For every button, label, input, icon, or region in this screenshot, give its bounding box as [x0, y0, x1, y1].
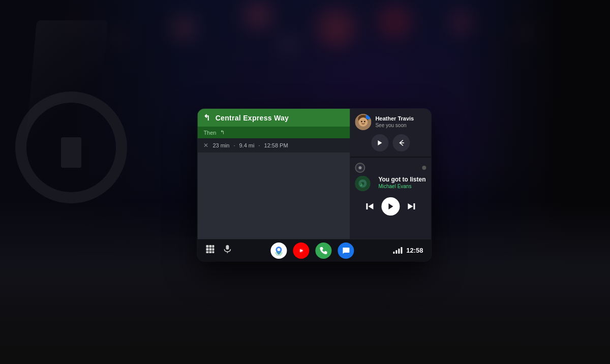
eta: 12:58 PM: [264, 142, 288, 148]
svg-rect-42: [212, 248, 214, 251]
svg-rect-26: [367, 116, 370, 118]
music-controls: [355, 197, 426, 216]
svg-marker-36: [408, 203, 413, 209]
then-turn-icon: ↰: [220, 129, 225, 136]
svg-marker-34: [388, 203, 393, 209]
play-pause-button[interactable]: [381, 197, 400, 216]
reply-message-button[interactable]: [392, 134, 410, 151]
microphone-icon[interactable]: [223, 245, 232, 256]
music-info-row: ♪ You got to listen Michael Evans: [355, 176, 426, 193]
trip-time: 23 min: [212, 142, 229, 148]
svg-rect-32: [366, 203, 368, 209]
svg-text:♪: ♪: [360, 181, 362, 187]
contact-row: Heather Travis See you soon: [355, 114, 426, 130]
svg-point-24: [364, 121, 365, 123]
map-section: ↰ Central Express Way Then ↰: [197, 109, 350, 239]
music-disc-center: [358, 166, 361, 169]
svg-marker-33: [368, 203, 373, 209]
window-reflection: [24, 20, 108, 163]
svg-rect-37: [206, 245, 208, 248]
svg-point-22: [358, 117, 368, 127]
apps-grid-icon[interactable]: [205, 245, 215, 256]
svg-point-23: [361, 121, 362, 123]
next-track-button[interactable]: [404, 199, 419, 214]
trip-distance: 9.4 mi: [239, 142, 254, 148]
signal-strength-icon: [393, 247, 402, 254]
separator2: ·: [258, 142, 260, 148]
svg-rect-39: [212, 245, 214, 248]
svg-rect-43: [206, 251, 208, 253]
previous-track-button[interactable]: [362, 199, 377, 214]
song-artist: Michael Evans: [378, 184, 425, 189]
message-actions: [355, 134, 426, 151]
right-panel: Heather Travis See you soon: [350, 109, 431, 239]
taskbar-right: 12:58: [393, 247, 423, 254]
music-dot-icon: [422, 166, 426, 170]
play-message-button[interactable]: [371, 134, 388, 151]
maps-app-icon[interactable]: [271, 242, 287, 259]
svg-rect-45: [212, 251, 214, 253]
music-disc-icon: [355, 163, 365, 173]
clock: 12:58: [406, 247, 423, 254]
message-preview: See you soon: [375, 122, 426, 129]
album-art: ♪: [355, 176, 370, 191]
music-text: You got to listen Michael Evans: [378, 176, 425, 189]
music-card: ♪ You got to listen Michael Evans: [350, 158, 431, 239]
contact-name: Heather Travis: [375, 115, 426, 122]
youtube-music-app-icon[interactable]: [293, 242, 310, 259]
svg-rect-46: [226, 245, 229, 250]
turn-left-icon: ↰: [203, 113, 210, 123]
avatar-image: [355, 114, 371, 130]
contact-avatar: [355, 114, 371, 130]
signal-bar-2: [395, 250, 397, 254]
svg-rect-35: [413, 203, 415, 209]
svg-rect-38: [209, 245, 211, 248]
phone-app-icon[interactable]: [316, 242, 332, 259]
taskbar-center: [271, 242, 354, 259]
signal-bar-4: [401, 247, 402, 254]
taskbar: 12:58: [197, 239, 431, 261]
svg-rect-41: [209, 248, 211, 251]
then-label: Then: [203, 130, 216, 136]
nav-info-bar: ✕ 23 min · 9.4 mi · 12:58 PM: [197, 138, 350, 153]
then-bar: Then ↰: [197, 127, 350, 138]
android-auto-screen: ↰ Central Express Way Then ↰: [197, 109, 431, 261]
cancel-nav-icon[interactable]: ✕: [203, 142, 208, 149]
screen-content: ↰ Central Express Way Then ↰: [197, 109, 431, 239]
song-title: You got to listen: [378, 176, 425, 183]
svg-rect-44: [209, 251, 211, 253]
signal-bar-3: [398, 249, 400, 254]
music-icon-row: [355, 163, 426, 173]
taskbar-left: [205, 245, 232, 256]
nav-direction-bar: ↰ Central Express Way: [197, 109, 350, 127]
svg-rect-40: [206, 248, 208, 251]
messages-app-icon[interactable]: [338, 242, 354, 259]
svg-marker-27: [378, 140, 382, 145]
message-card: Heather Travis See you soon: [350, 109, 431, 157]
signal-bar-1: [393, 252, 394, 254]
svg-marker-49: [275, 251, 283, 256]
street-name: Central Express Way: [216, 114, 289, 122]
contact-info: Heather Travis See you soon: [375, 115, 426, 129]
separator1: ·: [233, 142, 235, 148]
